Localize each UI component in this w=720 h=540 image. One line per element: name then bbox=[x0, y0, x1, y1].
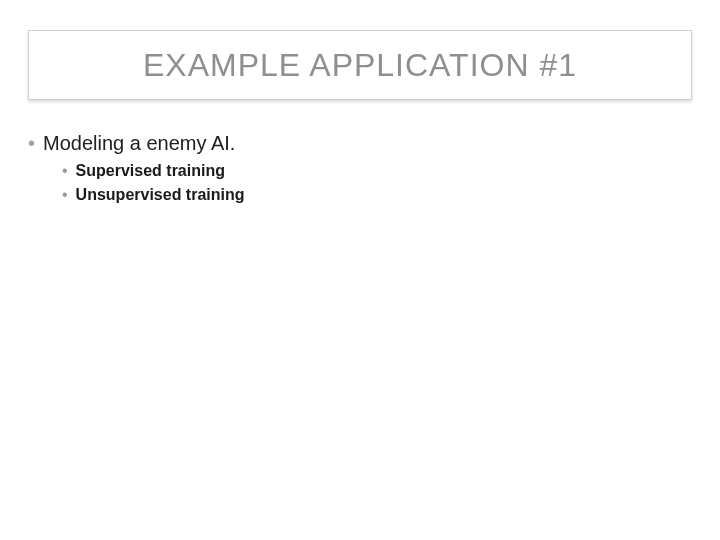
list-item-label: Unsupervised training bbox=[76, 184, 245, 206]
list-item: • Modeling a enemy AI. bbox=[28, 130, 692, 156]
bullet-icon: • bbox=[62, 184, 68, 206]
list-item-label: Modeling a enemy AI. bbox=[43, 130, 235, 156]
list-item: • Unsupervised training bbox=[62, 184, 692, 206]
title-container: EXAMPLE APPLICATION #1 bbox=[28, 30, 692, 100]
sublist: • Supervised training • Unsupervised tra… bbox=[62, 160, 692, 206]
bullet-icon: • bbox=[62, 160, 68, 182]
bullet-icon: • bbox=[28, 130, 35, 156]
slide-title: EXAMPLE APPLICATION #1 bbox=[143, 47, 577, 84]
list-item-label: Supervised training bbox=[76, 160, 225, 182]
slide: EXAMPLE APPLICATION #1 • Modeling a enem… bbox=[0, 0, 720, 540]
content-area: • Modeling a enemy AI. • Supervised trai… bbox=[28, 130, 692, 208]
list-item: • Supervised training bbox=[62, 160, 692, 182]
